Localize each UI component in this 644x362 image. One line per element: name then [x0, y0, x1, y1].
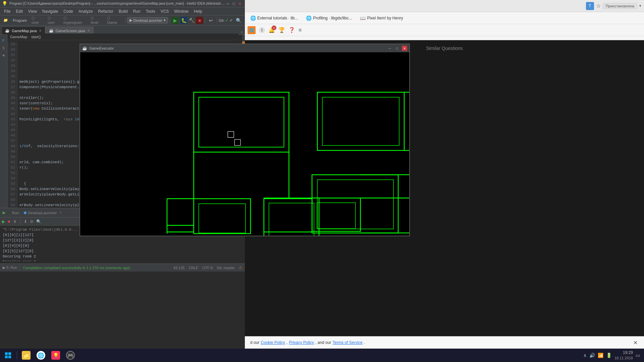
- menu-edit[interactable]: Edit: [13, 8, 25, 14]
- taskbar-chrome[interactable]: 🌐: [34, 349, 48, 361]
- menu-file[interactable]: File: [1, 8, 13, 14]
- bookmark-external-label: External tutorials · lib...: [257, 16, 298, 20]
- run-indicator: ▶ 5: Run: [3, 265, 17, 270]
- run-button[interactable]: ▶: [172, 17, 179, 24]
- stop-button[interactable]: ■: [196, 17, 203, 24]
- taskbar-game[interactable]: 🎮: [63, 349, 77, 361]
- toolbar-sep3: [205, 17, 205, 23]
- debug-button[interactable]: 🐛: [180, 17, 187, 24]
- bookmarks-bar: 🌐 External tutorials · lib... 🌐 Profilin…: [245, 12, 644, 24]
- so-trophy[interactable]: 🏆: [278, 27, 285, 33]
- ext-translate-icon[interactable]: T: [586, 2, 594, 10]
- ext-star-icon[interactable]: ☆: [596, 3, 601, 9]
- cursor-pos[interactable]: 43:135: [173, 266, 185, 270]
- system-time: 19:29 18.11.2018: [614, 350, 633, 361]
- run-scroll-btn[interactable]: ⬇: [23, 219, 28, 225]
- favorites-tool-btn[interactable]: ★: [1, 52, 7, 58]
- run-line-5: [6][5][127][0]: [3, 248, 242, 254]
- menu-run[interactable]: Run: [130, 8, 143, 14]
- git-branch[interactable]: Git: master: [217, 266, 235, 270]
- cookie-text-prefix: d our: [250, 340, 259, 345]
- menu-navigate[interactable]: Navigate: [40, 8, 61, 14]
- run-stop-btn[interactable]: ■: [7, 219, 11, 225]
- editor-settings-icon[interactable]: ⚙: [240, 30, 244, 35]
- menu-tools[interactable]: Tools: [143, 8, 158, 14]
- system-tray: ∧ 🔊 📶 🔋 19:29 18.11.2018 ▭: [581, 350, 643, 361]
- menu-window[interactable]: Window: [171, 8, 191, 14]
- idea-app-icon: 💡: [2, 1, 7, 6]
- run-restart-btn[interactable]: ▶: [1, 219, 6, 225]
- terms-of-service-link[interactable]: Terms of Service: [332, 340, 362, 345]
- toolbar-project: Program: [11, 18, 29, 23]
- ext-arrow[interactable]: ▾: [639, 4, 641, 8]
- toolbar-sep4: [217, 17, 217, 23]
- bookmark-profiling[interactable]: 🌐 Profiling · libgdx/libc...: [303, 15, 355, 21]
- bc-sep: ›: [29, 35, 30, 39]
- run-filter-btn[interactable]: 🔍: [36, 219, 42, 225]
- idea-close[interactable]: ✕: [237, 1, 243, 7]
- menu-code[interactable]: Code: [61, 8, 76, 14]
- taskbar-files[interactable]: 📁: [19, 349, 33, 361]
- tab-gamemap-icon: ☕: [5, 28, 10, 33]
- build-button[interactable]: 🔨: [188, 17, 196, 24]
- game-minimize[interactable]: ─: [387, 46, 392, 51]
- start-button[interactable]: [1, 349, 15, 361]
- bookmark-pixel[interactable]: 📖 Pixel Item! by Henry: [357, 15, 406, 21]
- so-icon-1[interactable]: 🌐: [248, 26, 256, 34]
- tab-gamemap-close[interactable]: ✕: [39, 29, 42, 33]
- git-check-icon: ✓: [225, 18, 229, 23]
- so-menu[interactable]: ≡: [299, 27, 302, 33]
- structure-tool-btn[interactable]: S: [1, 45, 7, 51]
- menu-help[interactable]: Help: [191, 8, 205, 14]
- game-close[interactable]: ✕: [402, 46, 407, 51]
- bookmark-external[interactable]: 🌐 External tutorials · lib...: [248, 15, 301, 21]
- game-executor-window: ☕ GameExecutor ─ □ ✕: [79, 44, 410, 236]
- similar-questions-heading: Similar Questions: [426, 46, 463, 51]
- cookie-comma1: ,: [286, 340, 287, 345]
- privacy-policy-link[interactable]: Privacy Policy: [289, 340, 314, 345]
- so-notif[interactable]: 🔔 1: [268, 27, 275, 33]
- project-tool-btn[interactable]: P: [1, 38, 7, 44]
- tab-run[interactable]: Run:: [9, 209, 23, 217]
- game-maximize[interactable]: □: [394, 46, 400, 51]
- tray-network[interactable]: 📶: [598, 353, 603, 358]
- menu-refactor[interactable]: Refactor: [96, 8, 116, 14]
- svg-rect-0: [5, 352, 8, 355]
- run-panel-icon: ▶: [1, 210, 7, 216]
- tray-arrow[interactable]: ∧: [583, 353, 587, 358]
- cookie-policy-link[interactable]: Cookie Policy: [261, 340, 285, 345]
- run-pause-btn[interactable]: ⏸: [12, 219, 17, 225]
- tab-gamemap-label: GameMap.java: [12, 29, 37, 33]
- toolbar-core: ⬡ core: [30, 15, 45, 25]
- menu-view[interactable]: View: [25, 8, 40, 14]
- line-ending[interactable]: CRLF: [189, 266, 198, 270]
- toolbar-myprogram: ⬡ myprogram: [61, 15, 88, 25]
- taskbar-intellij[interactable]: 💡: [49, 349, 63, 361]
- undo-button[interactable]: ↩: [207, 17, 215, 24]
- idea-maximize[interactable]: □: [231, 1, 237, 7]
- game-app-icon: ☕: [82, 46, 87, 51]
- run-line-7: Decoring room 3: [3, 259, 242, 261]
- toolbar-search[interactable]: 🔍: [234, 17, 244, 24]
- tray-battery[interactable]: 🔋: [606, 353, 612, 358]
- bc-start[interactable]: start(): [31, 35, 41, 39]
- menu-build[interactable]: Build: [116, 8, 130, 14]
- menu-vcs[interactable]: VCS: [158, 8, 172, 14]
- run-line-4: [0][4][0][0]: [3, 243, 242, 248]
- launcher-icon: ▶: [129, 18, 132, 22]
- tab-gamescreen-close[interactable]: ✕: [87, 29, 90, 33]
- bc-gamemap[interactable]: GameMap: [10, 35, 27, 39]
- so-help[interactable]: ❓: [288, 27, 295, 33]
- toolbar-sep1: [125, 17, 125, 23]
- cookie-close-button[interactable]: ✕: [632, 339, 639, 346]
- run-config-close[interactable]: ✕: [59, 211, 62, 215]
- tray-speaker[interactable]: 🔊: [589, 353, 595, 358]
- run-settings-btn[interactable]: ⚙: [29, 219, 34, 225]
- idea-minimize[interactable]: ─: [225, 1, 231, 7]
- toolbar-sep2: [170, 17, 170, 23]
- menu-analyze[interactable]: Analyze: [76, 8, 96, 14]
- encoding[interactable]: UTF-8: [202, 266, 213, 270]
- launcher-dropdown[interactable]: ▶ DesktopLauncher ▾: [127, 17, 168, 23]
- show-desktop[interactable]: ▭: [636, 353, 640, 358]
- game-scene-svg: [80, 52, 409, 236]
